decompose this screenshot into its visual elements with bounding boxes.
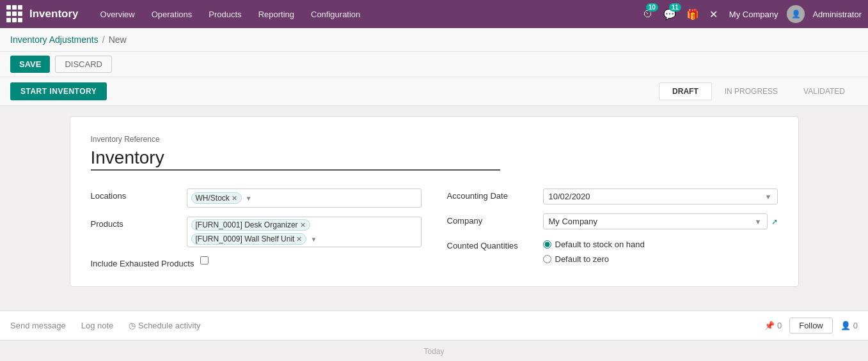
locations-tag-input[interactable]: WH/Stock ✕ ▼: [187, 188, 422, 208]
activities-badge: 10: [646, 3, 658, 12]
nav-overview[interactable]: Overview: [94, 7, 141, 22]
locations-label: Locations: [91, 188, 180, 201]
counted-radio-zero[interactable]: Default to zero: [543, 254, 778, 264]
location-tag-remove[interactable]: ✕: [232, 194, 237, 203]
breadcrumb-current: New: [109, 35, 127, 45]
status-steps: DRAFT IN PROGRESS VALIDATED: [659, 82, 858, 100]
locations-field-row: Locations WH/Stock ✕ ▼: [91, 188, 422, 208]
products-field-row: Products [FURN_0001] Desk Organizer ✕ [F…: [91, 217, 422, 247]
app-name: Inventory: [29, 8, 79, 20]
message-count: 📌 0: [764, 321, 782, 330]
products-dropdown-arrow[interactable]: ▼: [310, 236, 317, 243]
include-exhausted-field-row: Include Exhausted Products: [91, 256, 422, 268]
close-icon[interactable]: ✕: [707, 6, 720, 23]
form-fields: Locations WH/Stock ✕ ▼ Products: [91, 188, 778, 268]
company-external-link-icon[interactable]: ➚: [771, 217, 778, 226]
messages-badge: 11: [669, 3, 681, 12]
messages-icon[interactable]: 💬 11: [661, 6, 679, 23]
message-count-value: 0: [777, 321, 782, 330]
discard-button[interactable]: DISCARD: [55, 56, 112, 73]
topnav-menu: Overview Operations Products Reporting C…: [94, 7, 640, 22]
include-exhausted-value: [200, 256, 421, 265]
clock-icon: ◷: [129, 321, 136, 330]
status-validated[interactable]: VALIDATED: [791, 83, 858, 100]
save-button[interactable]: SAVE: [10, 56, 50, 73]
products-tag-input[interactable]: [FURN_0001] Desk Organizer ✕ [FURN_0009]…: [187, 217, 422, 247]
counted-quantities-radio-group: Default to stock on hand Default to zero: [543, 238, 778, 264]
paperclip-icon: 📌: [764, 321, 775, 330]
nav-reporting[interactable]: Reporting: [252, 7, 301, 22]
accounting-date-field-row: Accounting Date 10/02/2020 ▼: [447, 188, 778, 204]
status-bar: START INVENTORY DRAFT IN PROGRESS VALIDA…: [0, 77, 868, 106]
counted-quantities-value: Default to stock on hand Default to zero: [543, 238, 778, 264]
log-note-button[interactable]: Log note: [81, 321, 114, 330]
followers-icon: 👤: [840, 321, 851, 330]
company-field-row: Company My Company ▼ ➚: [447, 213, 778, 229]
counted-radio-stock-input[interactable]: [543, 240, 551, 249]
send-message-button[interactable]: Send message: [10, 321, 66, 330]
grid-icon[interactable]: [6, 5, 24, 23]
breadcrumb-parent[interactable]: Inventory Adjustments: [10, 35, 99, 45]
gift-icon[interactable]: 🎁: [684, 6, 702, 23]
followers-count: 👤 0: [840, 321, 858, 330]
accounting-date-input[interactable]: 10/02/2020 ▼: [543, 188, 778, 204]
nav-products[interactable]: Products: [202, 7, 248, 22]
product-tag-2: [FURN_0009] Wall Shelf Unit ✕: [191, 233, 307, 245]
follow-button[interactable]: Follow: [789, 318, 833, 334]
counted-radio-stock[interactable]: Default to stock on hand: [543, 240, 778, 249]
company-arrow: ▼: [755, 218, 762, 226]
inventory-reference-label: Inventory Reference: [91, 135, 778, 144]
form-left: Locations WH/Stock ✕ ▼ Products: [91, 188, 422, 268]
location-tag-whstock: WH/Stock ✕: [191, 192, 242, 204]
products-label: Products: [91, 217, 180, 229]
breadcrumb: Inventory Adjustments / New: [0, 28, 868, 52]
start-inventory-button[interactable]: START INVENTORY: [10, 82, 107, 100]
form-card: Inventory Reference Locations WH/Stock ✕…: [70, 116, 799, 287]
include-exhausted-checkbox[interactable]: [200, 256, 209, 265]
counted-quantities-field-row: Counted Quantities Default to stock on h…: [447, 238, 778, 264]
products-value: [FURN_0001] Desk Organizer ✕ [FURN_0009]…: [187, 217, 422, 247]
chatter-bar: Send message Log note ◷ Schedule activit…: [0, 311, 868, 340]
counted-radio-zero-input[interactable]: [543, 255, 551, 263]
counted-radio-zero-label: Default to zero: [555, 254, 610, 264]
locations-value: WH/Stock ✕ ▼: [187, 188, 422, 208]
product-tag-1: [FURN_0001] Desk Organizer ✕: [191, 219, 310, 231]
chatter-right: 📌 0 Follow 👤 0: [764, 318, 858, 334]
include-exhausted-checkbox-wrapper: [200, 256, 421, 265]
breadcrumb-separator: /: [102, 35, 105, 45]
today-divider: Today: [0, 340, 868, 361]
product-tag-1-remove[interactable]: ✕: [300, 221, 306, 229]
action-bar: SAVE DISCARD: [0, 52, 868, 77]
inventory-title-input[interactable]: [91, 146, 500, 171]
avatar[interactable]: 👤: [787, 5, 805, 23]
followers-count-value: 0: [853, 321, 858, 330]
accounting-date-arrow: ▼: [765, 193, 772, 201]
accounting-date-text: 10/02/2020: [549, 192, 590, 201]
include-exhausted-label: Include Exhausted Products: [91, 256, 194, 268]
company-text: My Company: [549, 217, 598, 226]
today-label: Today: [423, 347, 444, 356]
schedule-activity-button[interactable]: ◷ Schedule activity: [129, 321, 200, 330]
activities-icon[interactable]: ⏲ 10: [640, 6, 656, 22]
product-tag-2-remove[interactable]: ✕: [296, 235, 302, 243]
locations-dropdown-arrow[interactable]: ▼: [246, 195, 252, 202]
nav-configuration[interactable]: Configuration: [304, 7, 367, 22]
topnav: Inventory Overview Operations Products R…: [0, 0, 868, 28]
accounting-date-value: 10/02/2020 ▼: [543, 188, 778, 204]
nav-operations[interactable]: Operations: [145, 7, 199, 22]
company-label: Company: [447, 213, 537, 226]
status-draft[interactable]: DRAFT: [659, 82, 712, 100]
username-label: Administrator: [812, 10, 862, 19]
main-content: Inventory Reference Locations WH/Stock ✕…: [0, 106, 868, 311]
company-value: My Company ▼ ➚: [543, 213, 778, 229]
topnav-right: ⏲ 10 💬 11 🎁 ✕ My Company 👤 Administrator: [640, 5, 862, 23]
company-input[interactable]: My Company ▼: [543, 213, 768, 229]
accounting-date-label: Accounting Date: [447, 188, 537, 201]
status-in-progress[interactable]: IN PROGRESS: [712, 83, 791, 100]
counted-quantities-label: Counted Quantities: [447, 238, 537, 250]
form-right: Accounting Date 10/02/2020 ▼ Company My …: [447, 188, 778, 268]
counted-radio-stock-label: Default to stock on hand: [555, 240, 645, 249]
company-label: My Company: [729, 10, 778, 19]
